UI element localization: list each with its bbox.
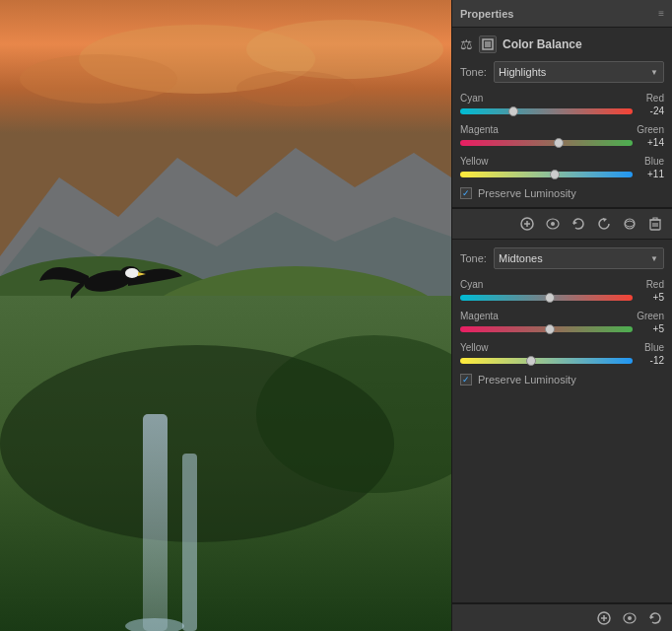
- panel-title: Properties: [460, 8, 513, 20]
- bottom-cyan-red-value: +5: [637, 292, 664, 303]
- top-red-label: Red: [646, 93, 664, 104]
- bottom-blue-label: Blue: [644, 342, 664, 353]
- eye-icon[interactable]: [542, 213, 564, 235]
- top-yellow-blue-labels: Yellow Blue: [460, 156, 664, 167]
- bottom-history-btn[interactable]: [644, 607, 666, 629]
- bottom-cyan-label: Cyan: [460, 279, 483, 290]
- bottom-green-label: Green: [637, 311, 664, 321]
- photo-canvas: [0, 0, 451, 631]
- top-blue-label: Blue: [644, 156, 664, 167]
- bottom-cyan-red-thumb[interactable]: [545, 293, 555, 303]
- history-btn[interactable]: [593, 213, 615, 235]
- svg-marker-25: [573, 221, 577, 225]
- top-cyan-label: Cyan: [460, 93, 483, 104]
- panel-header: Properties ≡: [452, 0, 672, 28]
- top-tone-label: Tone:: [460, 66, 488, 78]
- top-yellow-blue-track[interactable]: [460, 172, 633, 177]
- top-section-title: Color Balance: [503, 37, 582, 51]
- bottom-red-label: Red: [646, 279, 664, 290]
- properties-panel: Properties ≡ ⚖ Color Balance Tone: Shado…: [451, 0, 672, 631]
- svg-point-2: [20, 54, 177, 104]
- visibility-btn[interactable]: [619, 213, 640, 235]
- top-preserve-checkbox[interactable]: [460, 187, 472, 199]
- delete-btn[interactable]: [644, 213, 666, 235]
- top-cyan-red-slider-row: -24: [460, 105, 664, 116]
- bottom-yellow-label: Yellow: [460, 342, 489, 353]
- svg-rect-16: [182, 454, 197, 631]
- top-cyan-red-value: -24: [637, 105, 664, 116]
- bottom-tone-row: Tone: Shadows Midtones Highlights ▼: [460, 247, 664, 269]
- top-yellow-blue-slider-row: +11: [460, 169, 664, 179]
- top-preserve-label: Preserve Luminosity: [478, 187, 576, 199]
- top-tone-row: Tone: Shadows Midtones Highlights ▼: [460, 61, 664, 83]
- top-cyan-red-thumb[interactable]: [508, 106, 518, 116]
- scales-icon: ⚖: [460, 36, 473, 52]
- reset-btn[interactable]: [568, 213, 589, 235]
- top-magenta-green-track[interactable]: [460, 140, 633, 146]
- top-magenta-green-row: Magenta Green +14: [460, 124, 664, 148]
- layer-icon-btn[interactable]: [479, 35, 497, 53]
- bottom-toolbar: [452, 603, 672, 631]
- svg-point-4: [236, 71, 355, 106]
- top-green-label: Green: [637, 124, 664, 135]
- top-yellow-blue-value: +11: [637, 169, 664, 179]
- svg-point-19: [125, 268, 139, 278]
- bottom-color-balance: Tone: Shadows Midtones Highlights ▼ Cyan…: [452, 240, 672, 603]
- bottom-magenta-green-slider-row: +5: [460, 323, 664, 334]
- bottom-yellow-blue-row: Yellow Blue -12: [460, 342, 664, 366]
- panel-header-controls: ≡: [658, 8, 664, 19]
- bottom-magenta-green-thumb[interactable]: [545, 324, 555, 334]
- bottom-yellow-blue-thumb[interactable]: [526, 356, 536, 366]
- bottom-add-btn[interactable]: [593, 607, 615, 629]
- top-color-balance: ⚖ Color Balance Tone: Shadows Midtones H…: [452, 28, 672, 208]
- svg-point-34: [628, 616, 632, 620]
- bottom-tone-select[interactable]: Shadows Midtones Highlights: [494, 247, 664, 269]
- top-tone-select[interactable]: Shadows Midtones Highlights: [494, 61, 664, 83]
- bottom-yellow-blue-slider-row: -12: [460, 355, 664, 366]
- top-cyan-red-track[interactable]: [460, 108, 633, 114]
- svg-point-24: [551, 222, 555, 226]
- top-yellow-blue-thumb[interactable]: [550, 170, 560, 179]
- top-magenta-green-labels: Magenta Green: [460, 124, 664, 135]
- bottom-magenta-green-value: +5: [637, 323, 664, 334]
- bottom-tone-label: Tone:: [460, 252, 488, 264]
- svg-marker-35: [650, 615, 654, 619]
- bottom-magenta-green-row: Magenta Green +5: [460, 311, 664, 334]
- bottom-yellow-blue-value: -12: [637, 355, 664, 366]
- bottom-yellow-blue-track[interactable]: [460, 358, 633, 364]
- bottom-magenta-green-labels: Magenta Green: [460, 311, 664, 321]
- top-magenta-label: Magenta: [460, 124, 499, 135]
- bottom-eye-btn[interactable]: [619, 607, 640, 629]
- bottom-magenta-green-track[interactable]: [460, 326, 633, 332]
- bottom-magenta-label: Magenta: [460, 311, 499, 321]
- bottom-yellow-blue-labels: Yellow Blue: [460, 342, 664, 353]
- svg-rect-14: [143, 414, 168, 631]
- svg-point-3: [246, 20, 443, 79]
- top-cyan-red-row: Cyan Red -24: [460, 93, 664, 116]
- bottom-preserve-row: Preserve Luminosity: [460, 374, 664, 386]
- add-layer-btn[interactable]: [516, 213, 538, 235]
- panel-collapse-btn[interactable]: ≡: [658, 8, 664, 19]
- bottom-cyan-red-labels: Cyan Red: [460, 279, 664, 290]
- top-preserve-row: Preserve Luminosity: [460, 187, 664, 199]
- top-cyan-red-labels: Cyan Red: [460, 93, 664, 104]
- top-magenta-green-thumb[interactable]: [554, 138, 564, 148]
- svg-marker-26: [603, 218, 607, 222]
- top-yellow-blue-row: Yellow Blue +11: [460, 156, 664, 179]
- top-magenta-green-slider-row: +14: [460, 137, 664, 148]
- svg-rect-21: [485, 41, 491, 47]
- toolbar-strip: [452, 208, 672, 240]
- bottom-preserve-checkbox[interactable]: [460, 374, 472, 386]
- top-section-title-row: ⚖ Color Balance: [460, 35, 664, 53]
- top-yellow-label: Yellow: [460, 156, 489, 167]
- top-magenta-green-value: +14: [637, 137, 664, 148]
- bottom-cyan-red-row: Cyan Red +5: [460, 279, 664, 303]
- bottom-preserve-label: Preserve Luminosity: [478, 374, 576, 386]
- bottom-cyan-red-track[interactable]: [460, 295, 633, 301]
- bottom-cyan-red-slider-row: +5: [460, 292, 664, 303]
